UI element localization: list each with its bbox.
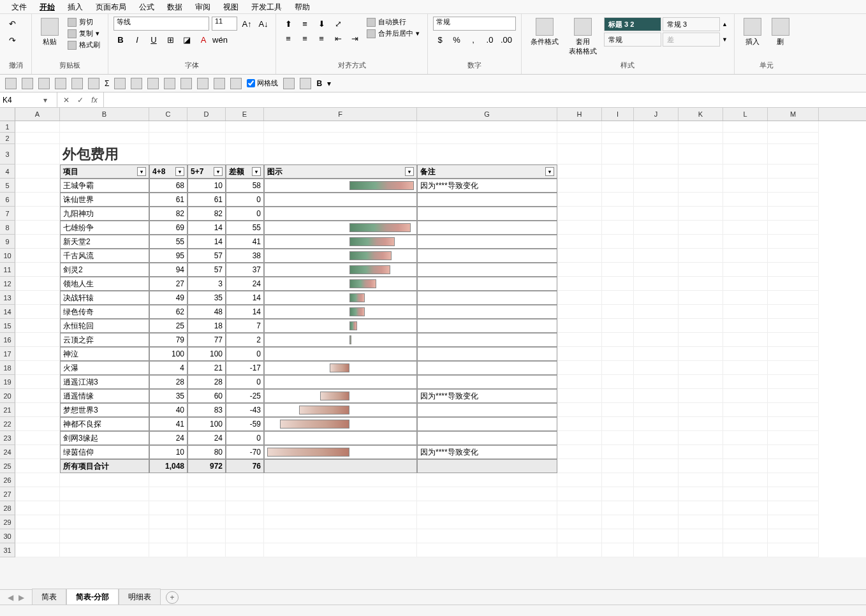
cell[interactable] [149,121,187,133]
menu-文件[interactable]: 文件 [5,0,33,13]
tb2-icon-14[interactable] [230,78,242,89]
cell[interactable]: 61 [187,193,226,207]
cell[interactable] [187,144,226,165]
cell[interactable]: 55 [226,221,264,235]
cell[interactable] [602,277,634,291]
cell[interactable]: 14 [226,305,264,319]
cell[interactable] [60,501,149,515]
cell[interactable] [602,431,634,445]
cell[interactable] [768,375,819,389]
cell[interactable] [768,417,819,431]
cell[interactable]: 10 [149,445,187,459]
cell[interactable] [264,515,417,529]
row-header-24[interactable]: 24 [0,445,15,459]
cell[interactable]: 绿色传奇 [60,305,149,319]
cell[interactable] [602,193,634,207]
cell[interactable] [768,459,819,473]
cell[interactable] [634,193,679,207]
col-header-H[interactable]: H [557,108,602,121]
cell[interactable] [15,121,60,133]
cell[interactable]: 41 [226,235,264,249]
cell[interactable] [679,333,723,347]
sheet-tab-明细表[interactable]: 明细表 [119,589,161,606]
cut-button[interactable]: 剪切 [65,17,103,27]
cell[interactable] [602,305,634,319]
table-format-button[interactable]: 套用 表格格式 [565,17,601,57]
cell[interactable] [557,277,602,291]
cell[interactable] [417,144,557,165]
cell[interactable] [417,501,557,515]
cell[interactable] [15,277,60,291]
cell[interactable]: 所有项目合计 [60,459,149,473]
cell[interactable] [264,529,417,543]
cell[interactable] [679,375,723,389]
cell[interactable]: 云顶之弈 [60,333,149,347]
cell[interactable] [15,403,60,417]
cell[interactable]: 7 [226,319,264,333]
cell[interactable]: 诛仙世界 [60,193,149,207]
col-header-K[interactable]: K [679,108,723,121]
number-format-select[interactable]: 常规 [433,17,516,31]
filter-button[interactable]: ▾ [137,167,146,176]
cell[interactable] [264,361,417,375]
tab-nav-next[interactable]: ▶ [18,593,24,602]
cell[interactable] [15,543,60,557]
cell[interactable] [602,333,634,347]
cell[interactable] [417,221,557,235]
cell[interactable] [15,221,60,235]
cell[interactable] [557,263,602,277]
tb2-sigma[interactable]: Σ [105,79,109,88]
tb2-icon-13[interactable] [214,78,225,89]
row-header-27[interactable]: 27 [0,487,15,501]
cell[interactable] [602,403,634,417]
cell[interactable] [634,515,679,529]
row-header-30[interactable]: 30 [0,529,15,543]
cell[interactable] [602,445,634,459]
cell[interactable]: 因为****导致变化 [417,389,557,403]
row-header-17[interactable]: 17 [0,347,15,361]
col-header-C[interactable]: C [149,108,187,121]
cell[interactable] [679,459,723,473]
cell[interactable]: 55 [149,235,187,249]
font-color-button[interactable]: A [196,33,210,47]
cell[interactable] [723,473,768,487]
cell[interactable] [557,347,602,361]
cell[interactable] [417,121,557,133]
cell[interactable]: 100 [187,347,226,361]
col-header-G[interactable]: G [417,108,557,121]
cell[interactable] [557,144,602,165]
cell[interactable] [226,501,264,515]
cancel-formula-button[interactable]: ✕ [61,96,71,105]
col-header-F[interactable]: F [264,108,417,121]
cell[interactable] [15,445,60,459]
border-button[interactable]: ⊞ [163,33,177,47]
cell[interactable] [264,501,417,515]
cell[interactable] [557,319,602,333]
bold-button[interactable]: B [114,33,128,47]
name-box[interactable]: ▾ [0,92,57,107]
cell[interactable]: 82 [149,207,187,221]
cell[interactable] [768,445,819,459]
cell[interactable] [187,487,226,501]
cell[interactable]: 57 [187,263,226,277]
cell[interactable] [634,144,679,165]
cell[interactable]: 0 [226,375,264,389]
cell[interactable] [679,319,723,333]
cell[interactable] [417,291,557,305]
col-header-L[interactable]: L [723,108,768,121]
cell[interactable] [634,249,679,263]
cell[interactable] [768,277,819,291]
fx-button[interactable]: fx [89,96,99,105]
filter-button[interactable]: ▾ [545,167,554,176]
confirm-formula-button[interactable]: ✓ [75,96,85,105]
row-header-16[interactable]: 16 [0,333,15,347]
cell[interactable] [602,291,634,305]
cell[interactable] [60,543,149,557]
cell[interactable] [557,389,602,403]
cell[interactable] [723,347,768,361]
row-header-8[interactable]: 8 [0,221,15,235]
col-header-B[interactable]: B [60,108,149,121]
cell[interactable] [417,473,557,487]
cell[interactable] [557,193,602,207]
cell[interactable]: 94 [149,263,187,277]
